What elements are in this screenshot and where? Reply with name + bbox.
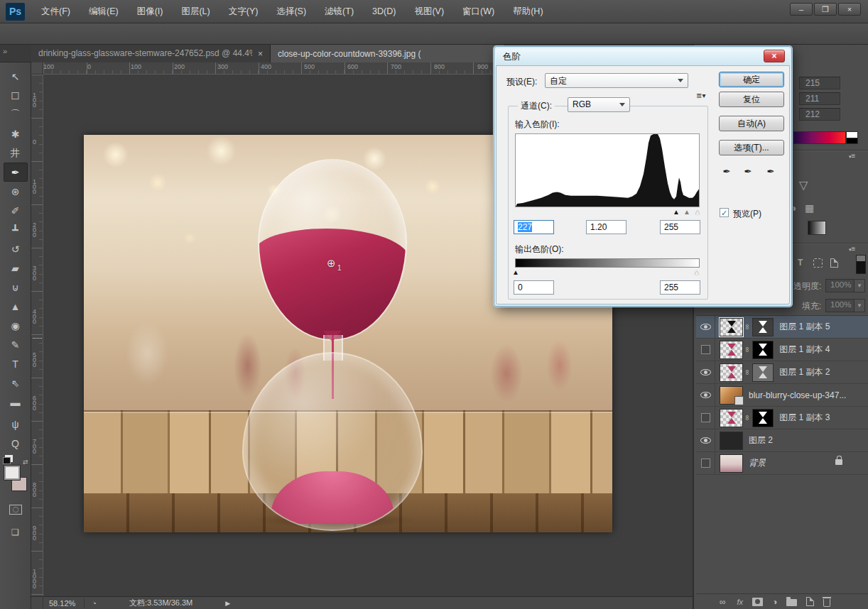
panel-menu-icon[interactable]: ≡ bbox=[849, 152, 864, 160]
type-tool[interactable]: T bbox=[4, 354, 28, 373]
mask-link-icon[interactable]: ∞ bbox=[744, 324, 752, 329]
black-eyedropper-icon[interactable]: ✒ bbox=[718, 164, 735, 180]
output-black-field[interactable]: 0 bbox=[514, 280, 554, 295]
mask-link-icon[interactable]: ∞ bbox=[744, 415, 752, 420]
layer-thumbnail[interactable] bbox=[720, 409, 743, 427]
input-white-slider[interactable]: ▲ bbox=[694, 209, 701, 216]
layer-name[interactable]: 图层 1 副本 2 bbox=[779, 366, 830, 378]
fill-swatch[interactable] bbox=[856, 255, 866, 274]
new-layer-icon[interactable] bbox=[806, 597, 814, 606]
tab-close-icon[interactable]: × bbox=[258, 49, 263, 59]
status-menu-arrow-icon[interactable]: ▶ bbox=[225, 600, 230, 607]
visibility-toggle[interactable] bbox=[696, 452, 715, 474]
layer-mask-thumbnail[interactable] bbox=[752, 409, 774, 427]
preview-checkbox[interactable]: ✓ bbox=[720, 208, 729, 217]
layer-thumbnail[interactable] bbox=[720, 454, 743, 473]
minimize-button[interactable]: – bbox=[790, 3, 813, 16]
history-brush-tool[interactable]: ↺ bbox=[4, 239, 28, 258]
reset-button[interactable]: 复位 bbox=[719, 92, 784, 107]
visibility-toggle[interactable] bbox=[696, 339, 715, 361]
layer-mask-thumbnail[interactable] bbox=[752, 341, 774, 359]
dialog-title-bar[interactable]: 色阶 bbox=[496, 48, 790, 65]
color-value-g[interactable]: 211 bbox=[799, 92, 840, 105]
layer-row[interactable]: ∞ 图层 1 副本 5 bbox=[696, 316, 868, 339]
visibility-toggle[interactable] bbox=[696, 407, 715, 429]
layer-name[interactable]: 图层 1 副本 3 bbox=[779, 412, 830, 424]
triangle-down-icon[interactable]: ▽ bbox=[799, 178, 808, 192]
delete-layer-icon[interactable] bbox=[823, 599, 830, 607]
menu-filter[interactable]: 滤镜(T) bbox=[315, 0, 363, 23]
layer-name[interactable]: blur-blurry-close-up-347... bbox=[749, 390, 846, 400]
mask-link-icon[interactable]: ∞ bbox=[744, 347, 752, 352]
opacity-value-dropdown[interactable]: 100%▼ bbox=[825, 279, 865, 292]
layer-name[interactable]: 图层 1 副本 5 bbox=[779, 321, 830, 333]
input-black-field[interactable]: 227 bbox=[514, 220, 554, 234]
layer-thumbnail[interactable] bbox=[720, 363, 743, 382]
layer-style-icon[interactable]: fx bbox=[737, 598, 744, 606]
layer-thumbnail[interactable] bbox=[720, 341, 743, 359]
zoom-level-field[interactable]: 58.12% bbox=[43, 599, 81, 608]
paint-bucket-tool[interactable]: ⊍ bbox=[4, 278, 28, 297]
white-eyedropper-icon[interactable]: ✒ bbox=[762, 164, 779, 180]
input-black-slider[interactable]: ▲ bbox=[673, 209, 680, 216]
path-select-tool[interactable]: ⇖ bbox=[4, 373, 28, 393]
layer-row[interactable]: blur-blurry-close-up-347... bbox=[696, 384, 868, 407]
fill-value-dropdown[interactable]: 100%▼ bbox=[825, 299, 865, 312]
dialog-close-button[interactable]: × bbox=[764, 50, 785, 62]
close-button[interactable]: × bbox=[838, 3, 861, 16]
menu-view[interactable]: 视图(V) bbox=[405, 0, 453, 23]
lock-all-icon[interactable] bbox=[830, 258, 838, 268]
shape-tool[interactable]: ▬ bbox=[4, 393, 28, 412]
screen-mode-button[interactable]: ❏ bbox=[4, 524, 28, 541]
layer-thumbnail[interactable] bbox=[720, 432, 743, 450]
layer-name[interactable]: 图层 2 bbox=[749, 434, 773, 446]
maximize-button[interactable]: ❐ bbox=[814, 3, 837, 16]
eyedropper-tool[interactable]: ✒ bbox=[4, 163, 28, 182]
visibility-toggle[interactable] bbox=[696, 361, 715, 383]
channel-dropdown[interactable]: RGB bbox=[568, 97, 630, 112]
brush-tool[interactable]: ✐ bbox=[4, 201, 28, 220]
layer-name[interactable]: 图层 1 副本 4 bbox=[779, 344, 830, 356]
color-value-r[interactable]: 215 bbox=[799, 77, 840, 89]
layer-thumbnail[interactable] bbox=[720, 318, 743, 336]
color-ramp[interactable] bbox=[793, 131, 846, 144]
panel-menu-icon[interactable]: ≡ bbox=[849, 245, 864, 253]
layer-name[interactable]: 背景 bbox=[749, 457, 766, 469]
layer-mask-thumbnail[interactable] bbox=[752, 363, 774, 382]
marquee-tool[interactable]: ☐ bbox=[4, 86, 28, 105]
eraser-tool[interactable]: ▰ bbox=[4, 258, 28, 278]
hand-tool[interactable]: ψ bbox=[4, 415, 28, 434]
zoom-tool[interactable]: Q bbox=[4, 434, 28, 453]
add-mask-icon[interactable] bbox=[752, 598, 763, 606]
color-value-b[interactable]: 212 bbox=[799, 108, 840, 121]
preset-options-icon[interactable]: ≣▾ bbox=[696, 92, 710, 106]
menu-select[interactable]: 选择(S) bbox=[267, 0, 315, 23]
tab-close-up-jpg[interactable]: close-up-color-countdown-39396.jpg ( bbox=[271, 45, 505, 62]
levels-dialog[interactable]: 色阶 × 预设(E): 自定 ≣▾ 确定 复位 自动(A) 选项(T)... ✒… bbox=[494, 46, 792, 307]
magic-wand-tool[interactable]: ✱ bbox=[4, 124, 28, 143]
swatches-grid-icon[interactable]: ▦ bbox=[805, 202, 814, 214]
layer-row[interactable]: 背景 bbox=[696, 452, 868, 475]
menu-3d[interactable]: 3D(D) bbox=[363, 0, 405, 23]
visibility-toggle[interactable] bbox=[696, 384, 715, 406]
input-gamma-slider[interactable]: ▲ bbox=[683, 209, 690, 216]
menu-window[interactable]: 窗口(W) bbox=[453, 0, 504, 23]
auto-button[interactable]: 自动(A) bbox=[719, 116, 784, 131]
layer-row[interactable]: ∞ 图层 1 副本 3 bbox=[696, 407, 868, 429]
swap-colors-icon[interactable]: ⇄ bbox=[23, 459, 28, 466]
adjustment-layer-icon[interactable]: ◑ bbox=[772, 597, 777, 607]
dodge-tool[interactable]: ◉ bbox=[4, 316, 28, 335]
layer-row[interactable]: ∞ 图层 1 副本 4 bbox=[696, 339, 868, 361]
smart-object-thumbnail[interactable] bbox=[720, 386, 743, 405]
foreground-color-swatch[interactable] bbox=[4, 466, 20, 480]
mask-link-icon[interactable]: ∞ bbox=[744, 370, 752, 375]
black-swatch[interactable] bbox=[846, 138, 858, 144]
clone-stamp-tool[interactable]: ┻ bbox=[4, 220, 28, 239]
options-button[interactable]: 选项(T)... bbox=[719, 140, 784, 155]
ruler-corner[interactable] bbox=[31, 62, 43, 75]
menu-file[interactable]: 文件(F) bbox=[32, 0, 80, 23]
toolbar-collapse-chevrons[interactable]: » bbox=[0, 45, 31, 62]
output-white-field[interactable]: 255 bbox=[660, 280, 700, 295]
output-black-slider[interactable]: ▲ bbox=[512, 269, 519, 276]
lock-position-icon[interactable] bbox=[813, 258, 823, 268]
